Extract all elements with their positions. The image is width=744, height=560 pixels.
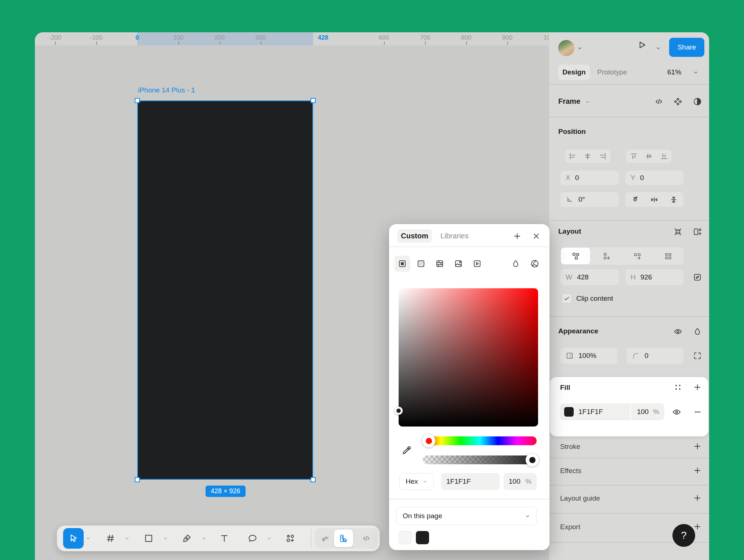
- chevron-down-icon[interactable]: [656, 45, 661, 51]
- pattern-fill-icon[interactable]: [435, 259, 444, 268]
- corner-radius-field[interactable]: 0: [627, 348, 683, 364]
- chevron-down-icon[interactable]: [124, 536, 130, 541]
- blend-droplet-icon[interactable]: [511, 259, 520, 268]
- zoom-level[interactable]: 61%: [667, 65, 681, 80]
- layout-grid-icon[interactable]: [664, 252, 673, 261]
- chevron-down-icon[interactable]: [86, 536, 91, 541]
- selection-handle-bottom-left[interactable]: [135, 477, 140, 482]
- color-format-select[interactable]: Hex: [399, 473, 434, 490]
- align-right-icon[interactable]: [598, 152, 607, 161]
- layout-vertical-icon[interactable]: [602, 252, 611, 261]
- add-export-icon[interactable]: [693, 522, 702, 531]
- frame-tool-icon[interactable]: [105, 533, 116, 543]
- effects-section-label[interactable]: Effects: [560, 467, 581, 475]
- iphone-frame[interactable]: [137, 100, 313, 480]
- selection-type-title[interactable]: Frame: [558, 97, 580, 106]
- flip-horizontal-icon[interactable]: [650, 195, 659, 204]
- video-fill-icon[interactable]: [472, 259, 482, 268]
- present-play-icon[interactable]: [636, 40, 647, 50]
- stroke-section-label[interactable]: Stroke: [560, 443, 580, 451]
- align-top-icon[interactable]: [629, 152, 638, 161]
- chevron-down-icon[interactable]: [585, 99, 590, 105]
- dev-code-icon[interactable]: [654, 97, 664, 106]
- chevron-down-icon[interactable]: [163, 536, 168, 541]
- chevron-down-icon[interactable]: [202, 536, 207, 541]
- rotation-input[interactable]: 0°: [560, 192, 619, 207]
- pen-tool-icon[interactable]: [182, 533, 192, 543]
- fill-opacity-value[interactable]: 100: [637, 408, 649, 416]
- rotate-icon[interactable]: [631, 195, 640, 204]
- component-icon[interactable]: [673, 97, 683, 106]
- dev-mode-icon[interactable]: [362, 534, 371, 543]
- aspect-ratio-lock-icon[interactable]: [693, 272, 702, 282]
- width-input[interactable]: W 428: [560, 269, 619, 285]
- tab-custom[interactable]: Custom: [397, 229, 432, 243]
- blend-droplet-icon[interactable]: [693, 327, 702, 336]
- alpha-slider[interactable]: [423, 455, 537, 464]
- rectangle-tool-icon[interactable]: [144, 533, 154, 543]
- tab-design[interactable]: Design: [558, 65, 590, 80]
- align-horizontal-center-icon[interactable]: [583, 152, 592, 161]
- tab-prototype[interactable]: Prototype: [597, 65, 627, 80]
- flip-vertical-icon[interactable]: [669, 195, 678, 204]
- selection-handle-top-right[interactable]: [311, 98, 316, 103]
- share-button[interactable]: Share: [669, 38, 704, 57]
- opacity-field[interactable]: 100%: [560, 348, 617, 364]
- resize-to-fit-icon[interactable]: [673, 227, 683, 237]
- align-bottom-icon[interactable]: [660, 152, 668, 161]
- export-section-label[interactable]: Export: [560, 523, 580, 531]
- comment-tool-icon[interactable]: [247, 533, 258, 543]
- fill-color-swatch[interactable]: [564, 407, 574, 417]
- selection-handle-top-left[interactable]: [135, 98, 140, 103]
- layout-freeform-icon[interactable]: [571, 252, 580, 261]
- selection-handle-bottom-right[interactable]: [311, 477, 316, 482]
- frame-name-label[interactable]: iPhone 14 Plus - 1: [138, 86, 195, 94]
- y-position-input[interactable]: Y 0: [625, 171, 683, 185]
- fill-type-solid[interactable]: [394, 256, 410, 272]
- color-libraries-icon[interactable]: [530, 259, 540, 268]
- add-effect-icon[interactable]: [693, 466, 702, 475]
- alpha-knob[interactable]: [526, 453, 539, 466]
- design-mode-button[interactable]: [334, 530, 353, 547]
- help-button[interactable]: ?: [672, 524, 695, 547]
- align-left-icon[interactable]: [568, 152, 577, 161]
- chevron-down-icon[interactable]: [577, 45, 583, 51]
- height-input[interactable]: H 926: [625, 269, 683, 285]
- draw-mode-icon[interactable]: [320, 534, 330, 543]
- styles-icon[interactable]: [673, 383, 683, 392]
- hex-value-input[interactable]: 1F1F1F: [441, 473, 500, 490]
- layout-guide-section-label[interactable]: Layout guide: [560, 494, 600, 502]
- align-vertical-center-icon[interactable]: [645, 152, 653, 161]
- layout-horizontal-icon[interactable]: [633, 252, 642, 261]
- actions-tool-icon[interactable]: [285, 533, 295, 543]
- clip-content-label[interactable]: Clip content: [576, 294, 613, 303]
- mask-half-icon[interactable]: [693, 97, 702, 106]
- clip-content-checkbox[interactable]: [562, 293, 572, 304]
- remove-fill-icon[interactable]: [693, 407, 703, 417]
- hue-slider[interactable]: [423, 436, 537, 445]
- chevron-down-icon[interactable]: [693, 70, 698, 75]
- page-swatch-light[interactable]: [399, 531, 412, 544]
- saturation-knob[interactable]: [395, 407, 403, 415]
- add-auto-layout-icon[interactable]: [693, 227, 702, 237]
- fill-hex-value[interactable]: 1F1F1F: [578, 408, 603, 416]
- add-layout-guide-icon[interactable]: [693, 493, 702, 503]
- chevron-down-icon[interactable]: [266, 536, 272, 541]
- saturation-square[interactable]: [399, 288, 538, 427]
- visibility-eye-icon[interactable]: [673, 327, 683, 336]
- image-fill-icon[interactable]: [454, 259, 463, 268]
- add-color-icon[interactable]: [512, 231, 522, 241]
- x-position-input[interactable]: X 0: [560, 171, 619, 185]
- eyedropper-icon[interactable]: [401, 445, 412, 456]
- opacity-input[interactable]: 100 %: [504, 473, 537, 490]
- page-swatch-dark[interactable]: [416, 531, 429, 544]
- text-tool-icon[interactable]: [219, 533, 229, 543]
- move-tool-button[interactable]: [63, 528, 84, 549]
- swatch-scope-select[interactable]: On this page: [396, 507, 537, 525]
- tab-libraries[interactable]: Libraries: [440, 229, 469, 243]
- individual-corners-icon[interactable]: [693, 351, 702, 360]
- fill-visibility-eye-icon[interactable]: [672, 407, 682, 417]
- close-icon[interactable]: [531, 231, 541, 241]
- dither-fill-icon[interactable]: [416, 259, 426, 268]
- hue-knob[interactable]: [422, 434, 435, 447]
